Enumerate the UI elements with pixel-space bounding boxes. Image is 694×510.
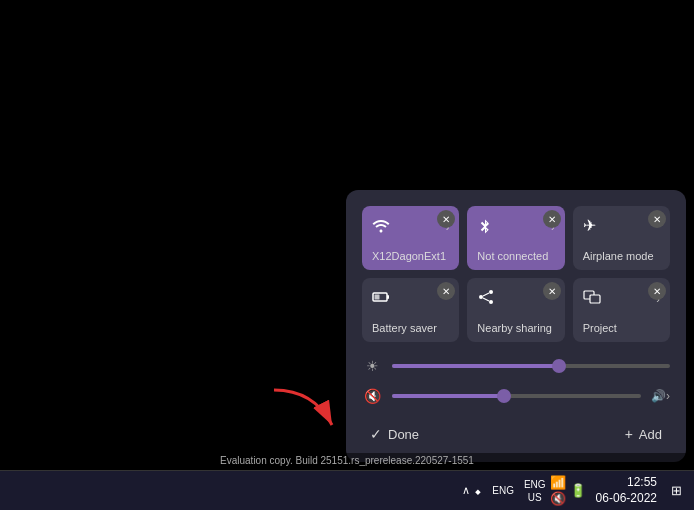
battery-saver-icon <box>372 288 390 310</box>
bluetooth-tile[interactable]: ✕ › Not connected <box>467 206 564 270</box>
system-tray: ∧ ⬥ ENG ENG US 📶 🔇 🔋 12:55 06-06-2022 ⊞ <box>462 473 686 508</box>
bluetooth-icon <box>477 216 493 238</box>
svg-point-4 <box>479 295 483 299</box>
taskbar-language[interactable]: ENG <box>524 478 546 491</box>
volume-thumb[interactable] <box>497 389 511 403</box>
brightness-thumb[interactable] <box>552 359 566 373</box>
quick-settings-panel: ✕ › X12DagonExt1 ✕ › <box>346 190 686 462</box>
brightness-fill <box>392 364 559 368</box>
volume-tray-icon: 🔇 <box>550 491 566 506</box>
nearby-sharing-icon <box>477 288 495 310</box>
add-label: Add <box>639 427 662 442</box>
volume-slider-row: 🔇 🔊› <box>362 388 670 404</box>
airplane-icon: ✈ <box>583 216 596 235</box>
clock-time: 12:55 <box>627 475 657 491</box>
nearby-sharing-tile-label: Nearby sharing <box>477 322 554 334</box>
bluetooth-tile-label: Not connected <box>477 250 554 262</box>
nearby-sharing-tile[interactable]: ✕ Nearby sharing <box>467 278 564 342</box>
airplane-tile[interactable]: ✕ ✈ Airplane mode <box>573 206 670 270</box>
svg-point-5 <box>489 300 493 304</box>
done-check-icon: ✓ <box>370 426 382 442</box>
svg-rect-1 <box>387 295 389 299</box>
volume-end-icon: 🔊› <box>651 389 670 403</box>
battery-saver-tile[interactable]: ✕ Battery saver <box>362 278 459 342</box>
wifi-icon <box>372 216 390 238</box>
clock-area[interactable]: 12:55 06-06-2022 <box>590 473 663 508</box>
brightness-slider-row: ☀ <box>362 358 670 374</box>
project-tile[interactable]: ✕ › Project <box>573 278 670 342</box>
volume-muted-icon: 🔇 <box>362 388 382 404</box>
battery-tray-icon: 🔋 <box>570 483 586 498</box>
tiles-grid: ✕ › X12DagonExt1 ✕ › <box>362 206 670 342</box>
taskbar-region: US <box>528 491 542 504</box>
svg-line-7 <box>483 298 489 301</box>
eval-watermark: Evaluation copy. Build 25151.rs_prerelea… <box>0 453 694 468</box>
tray-chevron-icon[interactable]: ∧ <box>462 484 470 497</box>
svg-rect-9 <box>590 295 600 303</box>
svg-line-6 <box>483 293 489 296</box>
red-arrow <box>264 380 344 440</box>
taskbar: ∧ ⬥ ENG ENG US 📶 🔇 🔋 12:55 06-06-2022 ⊞ <box>0 470 694 510</box>
wifi-tile-label: X12DagonExt1 <box>372 250 449 262</box>
wifi-tile[interactable]: ✕ › X12DagonExt1 <box>362 206 459 270</box>
airplane-tile-label: Airplane mode <box>583 250 660 262</box>
battery-saver-tile-label: Battery saver <box>372 322 449 334</box>
tray-icons-group: ENG <box>486 481 520 501</box>
battery-saver-tile-close[interactable]: ✕ <box>437 282 455 300</box>
qs-bottom-bar: ✓ Done + Add <box>362 418 670 446</box>
svg-rect-2 <box>375 295 380 300</box>
wifi-tray-icon: 📶 <box>550 475 566 490</box>
done-button[interactable]: ✓ Done <box>362 422 427 446</box>
project-icon <box>583 288 601 310</box>
nvidia-icon: ⬥ <box>474 483 482 498</box>
add-plus-icon: + <box>625 426 633 442</box>
nearby-sharing-tile-close[interactable]: ✕ <box>543 282 561 300</box>
eval-text: Evaluation copy. Build 25151.rs_prerelea… <box>220 455 474 466</box>
brightness-icon: ☀ <box>362 358 382 374</box>
clock-date: 06-06-2022 <box>596 491 657 507</box>
volume-track[interactable] <box>392 394 641 398</box>
brightness-track[interactable] <box>392 364 670 368</box>
done-label: Done <box>388 427 419 442</box>
wifi-tile-close[interactable]: ✕ <box>437 210 455 228</box>
airplane-tile-close[interactable]: ✕ <box>648 210 666 228</box>
svg-point-3 <box>489 290 493 294</box>
bluetooth-tile-close[interactable]: ✕ <box>543 210 561 228</box>
project-tile-label: Project <box>583 322 660 334</box>
notification-corner-icon[interactable]: ⊞ <box>667 481 686 500</box>
add-button[interactable]: + Add <box>617 422 670 446</box>
project-tile-close[interactable]: ✕ <box>648 282 666 300</box>
volume-fill <box>392 394 504 398</box>
language-label[interactable]: ENG <box>492 485 514 497</box>
